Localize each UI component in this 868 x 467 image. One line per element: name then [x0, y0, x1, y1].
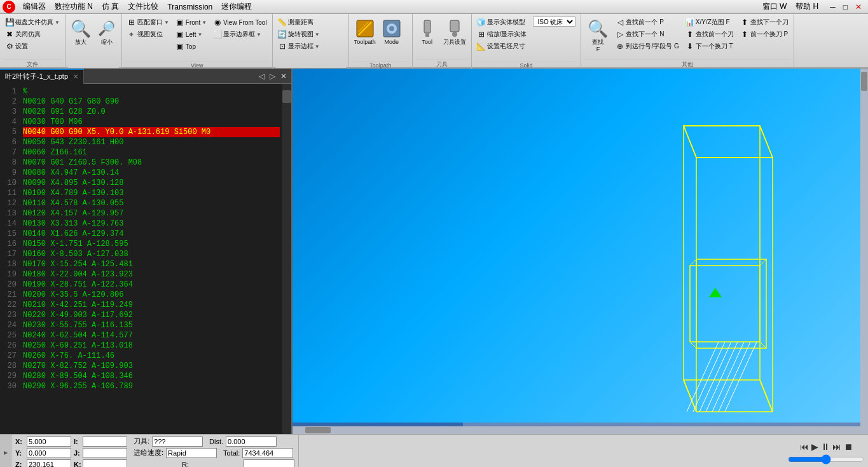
code-line[interactable]: N0230 X-55.755 A-116.135 — [23, 320, 280, 330]
i-input[interactable] — [83, 437, 127, 447]
code-line[interactable]: % — [23, 86, 280, 97]
y-input[interactable] — [27, 448, 71, 458]
sim-pause-btn[interactable]: ⏸ — [821, 442, 830, 452]
sim-speed-slider[interactable] — [788, 454, 864, 464]
sim-ctrl-icon[interactable]: ▶ — [4, 450, 8, 456]
code-line[interactable]: N0080 X4.947 A-130.14 — [23, 168, 280, 178]
code-line[interactable]: N0010 G40 G17 G80 G90 — [23, 97, 280, 107]
btn-find-prev-tool[interactable]: ⬆ 查找前一个刀 — [683, 29, 736, 40]
code-tab-close[interactable]: ✕ — [73, 73, 78, 80]
btn-top[interactable]: ▣ Top — [173, 41, 209, 52]
btn-prev-tool-change[interactable]: ⬆ 前一个换刀 P — [738, 29, 791, 40]
code-line[interactable]: N0220 X-49.003 A-117.692 — [23, 310, 280, 320]
code-line[interactable]: N0280 X-89.504 A-108.346 — [23, 371, 280, 381]
code-line[interactable]: N0020 G91 G28 Z0.0 — [23, 107, 280, 117]
viewport-scroll-thumb-h[interactable] — [305, 427, 331, 433]
code-text[interactable]: %N0010 G40 G17 G80 G90N0020 G91 G28 Z0.0… — [20, 84, 282, 434]
tab-next-btn[interactable]: ▷ — [268, 72, 277, 81]
menu-mini[interactable]: 迷你编程 — [217, 1, 256, 13]
code-line[interactable]: N0160 X-8.503 A-127.038 — [23, 249, 280, 259]
btn-show-border[interactable]: ⬜ 显示边界框 ▼ — [210, 29, 270, 40]
btn-goto-line[interactable]: ⊕ 到达行号/字段号 G — [613, 41, 681, 52]
viewport-3d[interactable] — [293, 69, 868, 434]
btn-search[interactable]: 🔍 查找F — [584, 17, 612, 55]
btn-xyz-range[interactable]: 📊 X/Y/Z范围 F — [683, 17, 736, 28]
btn-find-next-tool[interactable]: ⬆ 查找下一个刀 — [738, 17, 791, 28]
code-line[interactable]: N0190 X-28.751 A-122.364 — [23, 280, 280, 290]
close-btn[interactable]: ✕ — [851, 2, 865, 12]
viewport-scrollbar-v[interactable] — [860, 69, 868, 434]
code-line[interactable]: N0150 X-1.751 A-128.595 — [23, 239, 280, 249]
code-line[interactable]: N0090 X4.895 A-130.128 — [23, 178, 280, 188]
btn-front[interactable]: ▣ Front ▼ — [173, 17, 209, 28]
menu-window[interactable]: 窗口 W — [759, 1, 791, 13]
code-line[interactable]: N0260 X-76. A-111.46 — [23, 351, 280, 361]
btn-find-prev[interactable]: ◁ 查找前一个 P — [613, 17, 681, 28]
btn-zoom-out[interactable]: 🔎 缩小 — [95, 17, 119, 48]
code-line[interactable]: N0270 X-82.752 A-109.903 — [23, 361, 280, 371]
tab-close-all-btn[interactable]: ✕ — [279, 72, 289, 81]
code-line[interactable]: N0110 X4.578 A-130.055 — [23, 198, 280, 208]
code-line[interactable]: N0200 X-35.5 A-120.806 — [23, 290, 280, 300]
btn-close-sim[interactable]: ✖ 关闭仿真 — [3, 29, 62, 40]
menu-compare[interactable]: 文件比较 — [124, 1, 162, 13]
code-line[interactable]: N0050 G43 Z230.161 H00 — [23, 137, 280, 147]
btn-tool[interactable]: Tool — [415, 17, 439, 48]
tab-prev-btn[interactable]: ◁ — [257, 72, 266, 81]
viewport-scrollbar-h[interactable] — [293, 426, 860, 434]
code-line[interactable]: N0130 X3.313 A-129.763 — [23, 219, 280, 229]
menu-transmission[interactable]: Transmission — [163, 2, 216, 12]
feed-input[interactable] — [166, 448, 217, 458]
code-line[interactable]: N0070 G01 Z160.5 F300. M08 — [23, 158, 280, 168]
code-line[interactable]: N0210 X-42.251 A-119.249 — [23, 300, 280, 310]
sim-next-btn[interactable]: ⏭ — [832, 442, 841, 452]
btn-view-from-tool[interactable]: ◉ View From Tool — [210, 17, 270, 28]
btn-set-blank[interactable]: 📐 设置毛坯尺寸 — [474, 41, 530, 52]
menu-sim[interactable]: 仿 真 — [98, 1, 123, 13]
btn-view-reset[interactable]: ⌖ 视图复位 — [125, 29, 172, 40]
btn-show-solid[interactable]: 🧊 显示实体模型 — [474, 17, 530, 28]
code-line[interactable]: N0140 X1.626 A-129.374 — [23, 229, 280, 239]
btn-settings[interactable]: ⚙ 设置 — [3, 41, 62, 52]
code-line[interactable]: N0060 Z166.161 — [23, 147, 280, 158]
viewport-scroll-thumb-v[interactable] — [861, 72, 867, 91]
btn-disk-sim[interactable]: 💾 磁盘文件仿真 ▼ — [3, 17, 62, 28]
btn-rotate-view[interactable]: 🔄 旋转视图 ▼ — [275, 29, 322, 40]
total-input[interactable] — [242, 448, 293, 458]
btn-fit-window[interactable]: ⊞ 匹配窗口 ▼ — [125, 17, 172, 28]
code-line[interactable]: N0120 X4.157 A-129.957 — [23, 208, 280, 219]
minimize-btn[interactable]: ─ — [826, 2, 839, 12]
sim-play-btn[interactable]: ▶ — [811, 442, 818, 452]
btn-mode[interactable]: Mode — [380, 17, 404, 48]
r-input[interactable] — [244, 459, 294, 468]
j-input[interactable] — [83, 448, 127, 458]
scrollbar-vertical[interactable] — [282, 84, 291, 434]
menu-help[interactable]: 帮助 H — [792, 1, 822, 13]
code-line[interactable]: N0040 G00 G90 X5. Y0.0 A-131.619 S1500 M… — [23, 127, 280, 137]
menu-editor[interactable]: 编辑器 — [19, 1, 50, 13]
k-input[interactable] — [83, 459, 127, 468]
code-line[interactable]: N0170 X-15.254 A-125.481 — [23, 259, 280, 269]
z-input[interactable] — [27, 459, 71, 468]
btn-measure[interactable]: 📏 测量距离 — [275, 17, 322, 28]
btn-next-tool-change[interactable]: ⬇ 下一个换刀 T — [683, 41, 736, 52]
btn-zoom-solid[interactable]: ⊞ 缩放/显示实体 — [474, 29, 530, 40]
code-line[interactable]: N0100 X4.789 A-130.103 — [23, 188, 280, 198]
sim-stop-btn[interactable]: ⏹ — [844, 442, 853, 452]
x-input[interactable] — [27, 437, 71, 447]
maximize-btn[interactable]: □ — [839, 2, 851, 12]
dist-input[interactable] — [226, 437, 277, 447]
sim-prev-btn[interactable]: ⏮ — [800, 442, 809, 452]
btn-zoom-in[interactable]: 🔍 放大 — [68, 17, 93, 48]
btn-show-border2[interactable]: ⊡ 显示边框 ▼ — [275, 41, 322, 52]
tool-input[interactable] — [152, 437, 203, 447]
scroll-thumb[interactable] — [282, 90, 291, 103]
code-line[interactable]: N0290 X-96.255 A-106.789 — [23, 381, 280, 391]
menu-nc[interactable]: 数控功能 N — [51, 1, 97, 13]
btn-left[interactable]: ▣ Left ▼ — [173, 29, 209, 40]
code-line[interactable]: N0030 T00 M06 — [23, 117, 280, 127]
btn-tool-settings[interactable]: 刀具设置 — [441, 17, 469, 48]
code-line[interactable]: N0250 X-69.251 A-113.018 — [23, 341, 280, 351]
btn-find-next[interactable]: ▷ 查找下一个 N — [613, 29, 681, 40]
btn-toolpath[interactable]: Toolpath — [352, 17, 378, 48]
